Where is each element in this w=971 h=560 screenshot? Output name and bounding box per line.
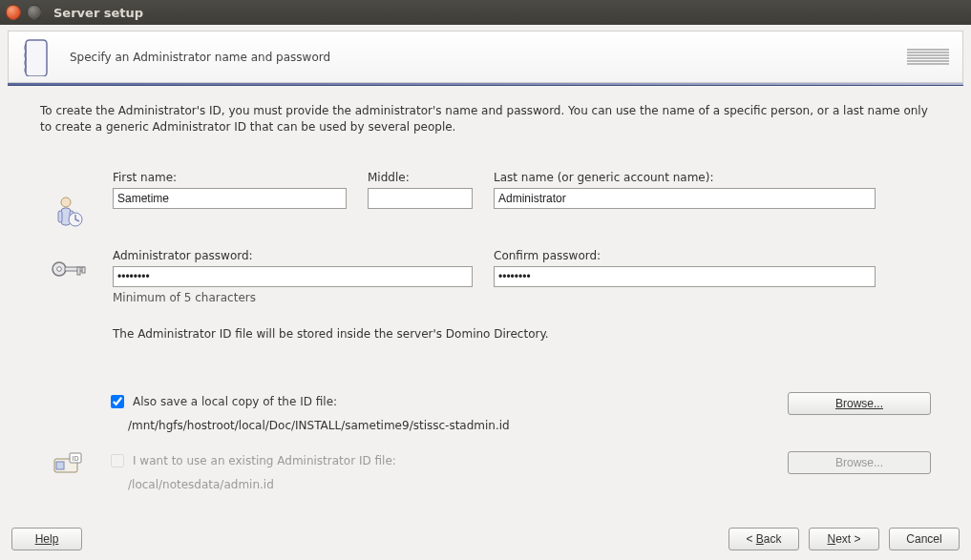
svg-rect-11 (56, 462, 64, 469)
content-area: To create the Administrator's ID, you mu… (0, 86, 971, 510)
svg-text:ID: ID (72, 455, 78, 463)
ibm-logo-icon (907, 49, 949, 66)
back-button[interactable]: < Back (728, 528, 799, 550)
svg-point-6 (57, 266, 62, 271)
page-title: Specify an Administrator name and passwo… (70, 51, 890, 64)
last-name-input[interactable] (494, 188, 876, 209)
use-existing-id-row: I want to use an existing Administrator … (107, 451, 769, 470)
save-local-copy-row: Also save a local copy of the ID file: (107, 392, 769, 411)
id-card-icon: ID (40, 451, 97, 476)
user-icon (40, 171, 97, 232)
password-hint: Minimum of 5 characters (113, 291, 473, 304)
storage-note: The Administrator ID file will be stored… (113, 327, 931, 341)
svg-point-0 (61, 197, 71, 207)
password-label: Administrator password: (113, 249, 473, 262)
next-button[interactable]: Next > (809, 528, 879, 550)
middle-name-label: Middle: (368, 171, 473, 184)
save-local-copy-checkbox[interactable] (111, 395, 124, 408)
password-input[interactable] (113, 266, 473, 287)
last-name-label: Last name (or generic account name): (494, 171, 876, 184)
save-local-copy-label: Also save a local copy of the ID file: (133, 395, 337, 408)
wizard-footer: Help < Back Next > Cancel (0, 528, 971, 550)
use-existing-id-label: I want to use an existing Administrator … (133, 454, 396, 467)
middle-name-input[interactable] (368, 188, 473, 209)
svg-rect-2 (58, 211, 62, 222)
browse-existing-id-button: Browse... (788, 451, 931, 474)
key-icon (40, 232, 97, 341)
save-local-copy-path: /mnt/hgfs/hostroot/local/Doc/INSTALL/sam… (128, 419, 769, 432)
first-name-label: First name: (113, 171, 347, 184)
header-band: Specify an Administrator name and passwo… (8, 31, 963, 83)
instructions-text: To create the Administrator's ID, you mu… (40, 103, 931, 136)
window-title: Server setup (53, 6, 143, 20)
first-name-input[interactable] (113, 188, 347, 209)
confirm-password-label: Confirm password: (494, 249, 876, 262)
window-titlebar: Server setup (0, 0, 971, 25)
use-existing-id-checkbox (111, 454, 124, 467)
cancel-button[interactable]: Cancel (889, 528, 960, 550)
confirm-password-input[interactable] (494, 266, 876, 287)
use-existing-id-path: /local/notesdata/admin.id (128, 478, 769, 491)
wizard-page-icon (18, 40, 53, 74)
svg-rect-9 (82, 267, 85, 273)
svg-rect-8 (77, 267, 80, 275)
browse-save-local-button[interactable]: Browse... (788, 392, 931, 415)
minimize-icon[interactable] (27, 5, 42, 20)
help-button[interactable]: Help (11, 528, 82, 550)
svg-rect-7 (65, 267, 84, 271)
close-icon[interactable] (6, 5, 21, 20)
